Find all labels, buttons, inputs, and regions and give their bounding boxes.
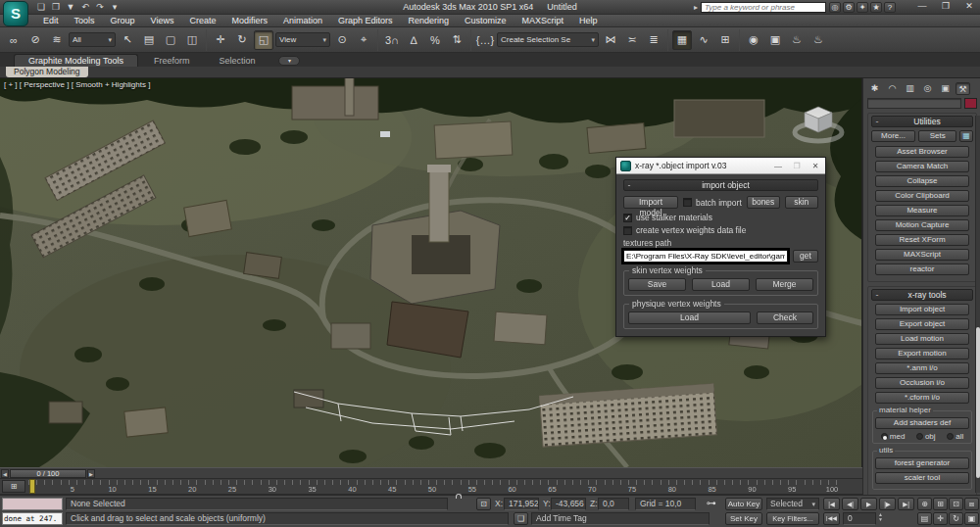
window-crossing-icon[interactable]: ◫ <box>182 30 202 50</box>
utility-button[interactable]: Motion Capture <box>875 219 969 231</box>
skin-load-button[interactable]: Load <box>692 278 750 291</box>
xray-tools-rollout-header[interactable]: - x-ray tools <box>871 289 973 301</box>
mirror-icon[interactable]: ⋈ <box>601 30 620 50</box>
previous-frame-arrow-icon[interactable]: ◀ <box>1 469 9 478</box>
forest-generator-button[interactable]: forest generator <box>875 457 969 469</box>
layer-manager-icon[interactable]: ≣ <box>644 30 663 50</box>
close-button[interactable]: ✕ <box>962 1 976 11</box>
menu-item[interactable]: Edit <box>35 16 67 25</box>
xray-tool-button[interactable]: *.anm i/o <box>875 362 969 374</box>
go-to-start-icon[interactable]: |◀◀ <box>823 512 840 525</box>
menu-item[interactable]: Rendering <box>401 16 458 25</box>
undo-icon[interactable]: ↶ <box>79 2 91 12</box>
communication-center-icon[interactable]: ✦ <box>857 2 868 13</box>
selection-filter-dropdown[interactable]: All <box>69 32 116 47</box>
select-and-scale-icon[interactable]: ◱ <box>254 30 273 50</box>
skin-save-button[interactable]: Save <box>628 278 686 291</box>
panel-scrollbar-thumb[interactable] <box>976 327 980 478</box>
use-pivot-center-icon[interactable]: ⊙ <box>332 30 352 50</box>
time-slider-handle[interactable]: 0 / 100 <box>10 469 86 478</box>
dialog-close-button[interactable]: ✕ <box>809 162 821 170</box>
use-stalker-materials-checkbox[interactable]: ✓ <box>623 214 632 222</box>
render-setup-icon[interactable]: ▣ <box>765 30 785 50</box>
menu-item[interactable]: Views <box>143 16 182 25</box>
current-frame-marker[interactable] <box>29 479 35 494</box>
mini-curve-editor-icon[interactable]: ⊞ <box>2 480 25 493</box>
reference-coordinate-dropdown[interactable]: View <box>275 32 330 47</box>
maxscript-mini-listener-output[interactable]: done at 247. <box>2 512 63 525</box>
auto-key-button[interactable]: Auto Key <box>725 498 762 510</box>
menu-item[interactable]: Group <box>103 16 143 25</box>
zoom-all-icon[interactable]: ⊞ <box>933 498 948 510</box>
dialog-maximize-button[interactable]: ❐ <box>791 162 803 170</box>
tab-display[interactable]: ▣ <box>938 82 953 95</box>
spinner-snap-icon[interactable]: ⇅ <box>447 30 466 50</box>
dialog-minimize-button[interactable]: — <box>772 162 784 170</box>
application-button[interactable]: S <box>3 1 28 26</box>
utility-button[interactable]: Reset XForm <box>875 234 969 246</box>
skin-merge-button[interactable]: Merge <box>756 278 813 291</box>
dialog-title-bar[interactable]: x-ray *.object import v.03 —❐✕ <box>616 158 825 174</box>
subscription-icon[interactable]: ⚙ <box>843 2 855 13</box>
utility-button[interactable]: Collapse <box>875 175 969 187</box>
rendered-frame-window-icon[interactable]: ♨ <box>787 30 807 50</box>
shader-scope-radio[interactable]: obj <box>916 432 936 441</box>
viewcube[interactable] <box>789 100 848 147</box>
zoom-extents-icon[interactable]: ⊡ <box>949 498 963 510</box>
minimize-button[interactable]: — <box>915 1 929 11</box>
absolute-mode-icon[interactable]: ⊡ <box>476 498 491 510</box>
time-tag-icon[interactable]: ❏ <box>514 512 528 525</box>
orbit-icon[interactable]: ↻ <box>949 512 963 525</box>
search-icon[interactable]: ◎ <box>829 2 841 13</box>
schematic-view-icon[interactable]: ⊞ <box>715 30 735 50</box>
ribbon-tab[interactable]: Freeform <box>140 55 204 67</box>
utilities-rollout-header[interactable]: - Utilities <box>871 116 973 127</box>
tab-hierarchy[interactable]: ▥ <box>903 82 917 95</box>
ribbon-tab[interactable]: Selection <box>205 55 269 67</box>
align-icon[interactable]: ≍ <box>622 30 642 50</box>
render-production-icon[interactable]: ♨ <box>808 30 828 50</box>
select-and-link-icon[interactable]: ∞ <box>4 30 24 50</box>
frame-spinner[interactable]: ▲▼ <box>878 512 885 525</box>
zoom-extents-all-icon[interactable]: ⧈ <box>964 498 979 510</box>
utility-button[interactable]: Measure <box>875 205 969 216</box>
bones-button[interactable]: bones <box>747 196 780 209</box>
favorites-icon[interactable]: ★ <box>870 2 882 13</box>
panel-scrollbar[interactable] <box>975 116 980 493</box>
z-coordinate-field[interactable]: 0,0 <box>598 498 629 510</box>
graphite-ribbon-toggle-icon[interactable]: ▦ <box>672 30 692 50</box>
perspective-viewport[interactable]: [ + ] [ Perspective ] [ Smooth + Highlig… <box>0 78 862 467</box>
menu-item[interactable]: Help <box>571 16 606 25</box>
bind-to-spacewarp-icon[interactable]: ≋ <box>47 30 67 50</box>
ribbon-tab[interactable]: Graphite Modeling Tools <box>14 54 138 67</box>
y-coordinate-field[interactable]: -43,656 <box>551 498 586 510</box>
x-coordinate-field[interactable]: 171,952 <box>504 498 539 510</box>
configure-button-sets-icon[interactable]: ▦ <box>959 130 973 142</box>
import-model-button[interactable]: Import model <box>623 196 678 209</box>
tab-modify[interactable]: ◠ <box>885 82 900 95</box>
selection-set-dropdown[interactable]: Create Selection Se <box>497 32 599 47</box>
shader-scope-radio[interactable]: all <box>947 432 963 441</box>
maxscript-mini-listener-macro[interactable] <box>2 498 63 510</box>
selection-region-icon[interactable]: ▢ <box>161 30 180 50</box>
import-object-rollout-header[interactable]: - import object <box>623 179 818 191</box>
new-scene-icon[interactable]: ❏ <box>35 2 47 12</box>
go-to-end-button[interactable]: ▶| <box>898 498 914 510</box>
percent-snap-icon[interactable]: % <box>425 30 445 50</box>
menu-item[interactable]: Graph Editors <box>330 16 401 25</box>
frame-ruler[interactable]: 5101520253035404550556065707580859095100 <box>28 479 841 494</box>
create-vertex-weights-checkbox[interactable] <box>623 226 632 235</box>
track-bar[interactable]: ⊞ 51015202530354045505560657075808590951… <box>0 479 862 495</box>
pan-view-icon[interactable]: ✛ <box>933 512 948 525</box>
xray-tool-button[interactable]: Export object <box>875 318 969 330</box>
next-frame-button[interactable]: |▶ <box>879 498 896 510</box>
utility-button[interactable]: Asset Browser <box>875 146 969 158</box>
batch-import-checkbox[interactable] <box>683 198 692 207</box>
maximize-viewport-icon[interactable]: ▣ <box>964 512 979 525</box>
menu-item[interactable]: Customize <box>457 16 514 25</box>
select-object-icon[interactable]: ↖ <box>118 30 137 50</box>
angle-snap-icon[interactable]: ∆ <box>404 30 423 50</box>
physique-load-button[interactable]: Load <box>628 311 751 324</box>
set-key-button[interactable]: Set Key <box>725 512 762 525</box>
unlink-selection-icon[interactable]: ⊘ <box>25 30 45 50</box>
